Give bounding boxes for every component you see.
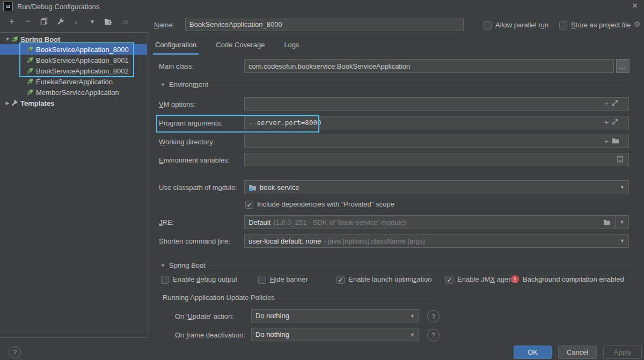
apply-button: Apply bbox=[603, 346, 642, 359]
main-class-browse-button[interactable]: ... bbox=[616, 59, 630, 73]
browse-folder-icon[interactable] bbox=[612, 137, 619, 145]
name-label: Name: bbox=[154, 21, 174, 29]
enable-debug-output-label[interactable]: Enable debug output bbox=[173, 275, 237, 283]
shorten-hint: - java [options] className [args] bbox=[324, 237, 425, 245]
jre-select[interactable]: Default (1.8.0_251 - SDK of 'book-servic… bbox=[244, 215, 629, 229]
tree-item-label: MemberServiceApplication bbox=[36, 89, 119, 97]
environment-section-divider bbox=[210, 85, 629, 85]
add-icon[interactable]: + bbox=[8, 17, 16, 26]
tree-item-member-service[interactable]: MemberServiceApplication bbox=[0, 87, 147, 98]
chevron-right-icon[interactable]: ▶ bbox=[4, 100, 11, 106]
vm-options-field-icons: + bbox=[604, 100, 618, 108]
hide-banner-checkbox[interactable] bbox=[258, 276, 266, 284]
tree-node-label: Templates bbox=[20, 99, 54, 107]
environment-variables-input[interactable] bbox=[244, 153, 629, 166]
add-icon[interactable]: + bbox=[604, 100, 609, 108]
name-input[interactable] bbox=[185, 18, 464, 31]
edit-variables-icon[interactable] bbox=[617, 156, 623, 164]
chevron-down-icon[interactable]: ▼ bbox=[4, 36, 11, 42]
enable-launch-optimization-label[interactable]: Enable launch optimization bbox=[348, 275, 431, 283]
jre-label: JRE: bbox=[159, 218, 174, 226]
remove-icon[interactable]: − bbox=[24, 17, 32, 26]
add-icon[interactable]: + bbox=[604, 137, 609, 145]
main-class-label: Main class: bbox=[159, 62, 194, 70]
program-arguments-input[interactable] bbox=[244, 116, 629, 129]
tree-node-spring-boot[interactable]: ▼ Spring Boot bbox=[0, 34, 147, 45]
title-bar: IJ Run/Debug Configurations bbox=[0, 0, 644, 13]
spring-boot-app-icon bbox=[26, 78, 34, 86]
vm-options-input[interactable] bbox=[244, 97, 629, 111]
classpath-module-select[interactable]: book-service ▼ bbox=[244, 180, 629, 194]
spring-boot-app-icon bbox=[26, 89, 34, 97]
store-as-project-file-checkbox[interactable] bbox=[559, 21, 567, 30]
spring-boot-collapse-icon[interactable]: ▼ bbox=[160, 263, 165, 268]
tab-logs[interactable]: Logs bbox=[282, 38, 301, 55]
on-update-action-label: On 'Update' action: bbox=[175, 312, 234, 320]
allow-parallel-run-label[interactable]: Allow parallel run bbox=[495, 21, 548, 29]
dialog-help-icon[interactable]: ? bbox=[9, 346, 21, 358]
intellij-logo-icon: IJ bbox=[3, 2, 13, 11]
tab-code-coverage[interactable]: Code Coverage bbox=[214, 38, 267, 55]
working-directory-label: Working directory: bbox=[159, 138, 215, 146]
shorten-command-line-label: Shorten command line: bbox=[159, 237, 231, 245]
enable-jmx-agent-label[interactable]: Enable JMX agent bbox=[457, 275, 514, 283]
tab-configuration[interactable]: Configuration bbox=[153, 38, 199, 55]
spring-boot-section-divider bbox=[208, 266, 629, 266]
add-icon[interactable]: + bbox=[604, 119, 609, 127]
tree-node-label: Spring Boot bbox=[20, 35, 60, 43]
create-new-folder-icon[interactable] bbox=[104, 17, 113, 26]
tree-item-eureka-server[interactable]: EurekaServerApplication bbox=[0, 76, 147, 87]
spring-boot-section-title[interactable]: Spring Boot bbox=[169, 261, 206, 269]
store-as-project-file-label[interactable]: Store as project file bbox=[571, 21, 631, 29]
store-options-gear-icon[interactable]: ⚙ bbox=[634, 20, 641, 28]
module-icon bbox=[248, 184, 257, 191]
spring-boot-icon bbox=[11, 35, 19, 43]
hide-banner-label[interactable]: Hide banner bbox=[270, 275, 308, 283]
help-icon[interactable]: ? bbox=[427, 329, 440, 341]
on-update-action-select[interactable]: Do nothing ▼ bbox=[251, 309, 419, 322]
background-compilation-warning: Background compilation enabled bbox=[523, 275, 624, 283]
copy-configuration-icon[interactable] bbox=[40, 17, 48, 26]
chevron-down-icon: ▼ bbox=[410, 313, 415, 319]
tree-item-bookservice-8000[interactable]: BookServiceApplication_8000 bbox=[0, 44, 147, 55]
enable-jmx-agent-checkbox[interactable]: ✓ bbox=[445, 276, 453, 284]
provided-scope-label[interactable]: Include dependencies with "Provided" sco… bbox=[257, 200, 394, 208]
tree-node-templates[interactable]: ▶ Templates bbox=[0, 98, 147, 108]
main-class-input[interactable] bbox=[244, 59, 614, 73]
spring-boot-app-icon bbox=[26, 67, 34, 75]
chevron-down-icon: ▼ bbox=[620, 219, 625, 225]
expand-editor-icon[interactable] bbox=[612, 119, 618, 127]
enable-debug-output-checkbox[interactable] bbox=[161, 276, 169, 284]
environment-section-title[interactable]: Environment bbox=[169, 80, 208, 89]
shorten-command-line-select[interactable]: user-local default: none - java [options… bbox=[244, 234, 629, 248]
shorten-value: user-local default: none bbox=[248, 237, 321, 245]
environment-variables-field-icons bbox=[617, 156, 623, 164]
working-directory-field-icons: + bbox=[604, 137, 619, 145]
provided-scope-checkbox[interactable]: ✓ bbox=[245, 201, 253, 209]
working-directory-input[interactable] bbox=[244, 135, 629, 148]
vm-options-label: VM options: bbox=[159, 100, 196, 108]
run-debug-configurations-dialog: IJ Run/Debug Configurations × + − ▲ ▼ ↓a… bbox=[0, 0, 644, 360]
ok-button[interactable]: OK bbox=[514, 346, 552, 359]
jre-browse-folder-icon[interactable] bbox=[599, 219, 615, 225]
move-down-icon[interactable]: ▼ bbox=[88, 17, 97, 26]
jre-dropdown-button[interactable]: ▼ bbox=[615, 216, 628, 229]
edit-defaults-wrench-icon[interactable] bbox=[56, 17, 64, 26]
enable-launch-optimization-checkbox[interactable]: ✓ bbox=[336, 276, 345, 284]
use-classpath-label: Use classpath of module: bbox=[159, 183, 237, 192]
tree-item-bookservice-8001[interactable]: BookServiceApplication_8001 bbox=[0, 55, 147, 65]
cancel-button[interactable]: Cancel bbox=[558, 346, 597, 359]
on-frame-deactivation-select[interactable]: Do nothing ▼ bbox=[251, 328, 419, 341]
expand-editor-icon[interactable] bbox=[612, 100, 618, 108]
program-arguments-label: Program arguments: bbox=[159, 119, 223, 127]
spring-boot-app-icon bbox=[26, 56, 34, 64]
on-frame-deactivation-label: On frame deactivation: bbox=[175, 331, 245, 339]
environment-collapse-icon[interactable]: ▼ bbox=[160, 82, 165, 87]
tree-item-bookservice-8002[interactable]: BookServiceApplication_8002 bbox=[0, 65, 147, 76]
spring-boot-app-icon bbox=[26, 46, 34, 54]
classpath-module-value: book-service bbox=[260, 183, 299, 192]
program-arguments-field-icons: + bbox=[604, 119, 618, 127]
help-icon[interactable]: ? bbox=[427, 310, 440, 322]
close-icon[interactable]: × bbox=[632, 1, 638, 11]
allow-parallel-run-checkbox[interactable] bbox=[484, 21, 492, 30]
